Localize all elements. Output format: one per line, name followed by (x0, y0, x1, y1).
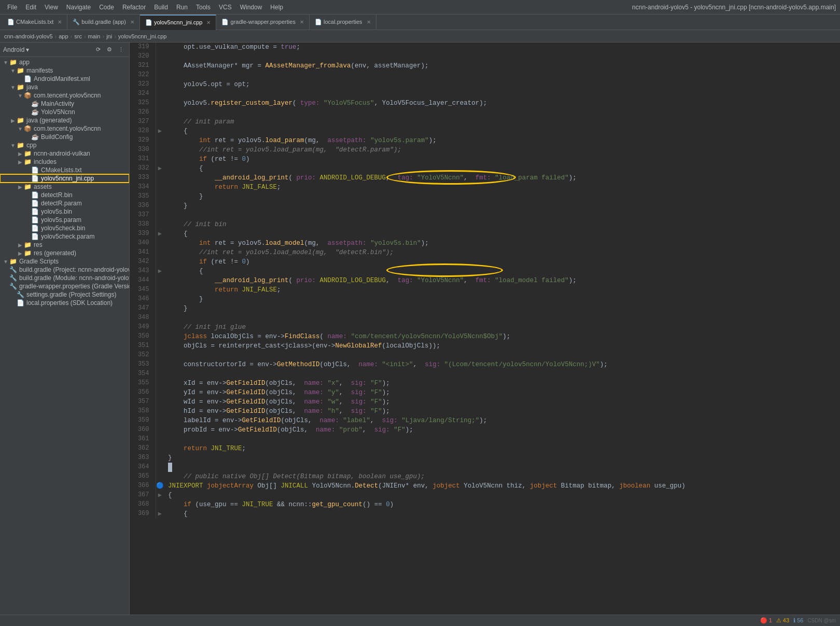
tree-item-build-gradle-project[interactable]: 🔧 build.gradle (Project: ncnn-android-yo… (0, 266, 129, 274)
label-yolov5check-bin: yolov5check.bin (41, 225, 85, 232)
gutter-346 (156, 295, 164, 304)
android-dropdown[interactable]: Android ▾ (3, 46, 29, 53)
arrow-res: ▶ (17, 242, 24, 248)
tree-item-local-properties[interactable]: 📄 local.properties (SDK Location) (0, 299, 129, 307)
menu-item-refactor[interactable]: Refactor (119, 3, 149, 12)
line-number-323: 323 (130, 80, 156, 89)
tree-item-java[interactable]: ▼ 📁 java (0, 83, 129, 91)
tree-item-assets[interactable]: ▶ 📁 assets (0, 183, 129, 191)
menu-item-edit[interactable]: Edit (22, 3, 39, 12)
more-icon[interactable]: ⋮ (116, 45, 126, 54)
tree-item-yolov5check-param[interactable]: 📄 yolov5check.param (0, 232, 129, 241)
tree-item-vulkan[interactable]: ▶ 📁 ncnn-android-vulkan (0, 149, 129, 158)
tab-gradle-wrapper[interactable]: 📄 gradle-wrapper.properties ✕ (216, 15, 309, 30)
tree-item-settings-gradle[interactable]: 🔧 settings.gradle (Project Settings) (0, 290, 129, 299)
tree-item-yolov5ncnn-jni-cpp[interactable]: 📄 yolov5ncnn_jni.cpp (0, 174, 129, 183)
tab-close-local-properties[interactable]: ✕ (367, 19, 371, 25)
line-content-330: //int ret = yolov5.load_param(mg, "detec… (164, 145, 840, 155)
line-number-367: 367 (130, 491, 156, 500)
breadcrumb-sep-1: › (55, 33, 57, 39)
tab-local-properties[interactable]: 📄 local.properties ✕ (310, 15, 376, 30)
line-number-365: 365 (130, 472, 156, 481)
prop-icon-local: 📄 (17, 299, 24, 307)
breadcrumb-sep-2: › (71, 33, 73, 39)
tree-item-package1[interactable]: ▼ 📦 com.tencent.yolov5ncnn (0, 91, 129, 100)
menu-item-window[interactable]: Window (237, 3, 265, 12)
tree-item-includes[interactable]: ▶ 📁 includes (0, 158, 129, 166)
line-number-327: 327 (130, 117, 156, 127)
tree-item-androidmanifest[interactable]: 📄 AndroidManifest.xml (0, 75, 129, 83)
tab-close-yolov5ncnn-jni[interactable]: ✕ (206, 20, 211, 25)
table-row: 342 if (ret != 0) (130, 257, 840, 267)
tree-item-manifests[interactable]: ▼ 📁 manifests (0, 66, 129, 75)
line-number-359: 359 (130, 416, 156, 425)
tab-yolov5ncnn-jni[interactable]: 📄 yolov5ncnn_jni.cpp ✕ (140, 15, 217, 30)
xml-icon-androidmanifest: 📄 (24, 75, 32, 82)
gutter-329 (156, 136, 164, 145)
menu-item-run[interactable]: Run (173, 3, 191, 12)
menu-item-tools[interactable]: Tools (193, 3, 214, 12)
breadcrumb-part-6[interactable]: yolov5ncnn_jni.cpp (118, 33, 167, 39)
code-wrapper[interactable]: 319 opt.use_vulkan_compute = true; 320 3… (130, 43, 840, 615)
tree-item-yolov5ncnn-class[interactable]: ☕ YoloV5Ncnn (0, 108, 129, 116)
line-number-360: 360 (130, 425, 156, 435)
line-number-364: 364 (130, 463, 156, 472)
tree-item-yolov5s-param[interactable]: 📄 yolov5s.param (0, 216, 129, 224)
menu-item-file[interactable]: File (4, 3, 20, 12)
table-row: 327 // init param (130, 117, 840, 127)
breadcrumb-part-2[interactable]: app (59, 33, 68, 39)
breadcrumb-part-1[interactable]: cnn-android-yolov5 (4, 33, 53, 39)
tree-item-app[interactable]: ▼ 📁 app (0, 58, 129, 66)
tree-item-mainactivity[interactable]: ☕ MainActivity (0, 100, 129, 108)
table-row: 346 } (130, 295, 840, 304)
breadcrumb-part-3[interactable]: src (74, 33, 82, 39)
menu-item-view[interactable]: View (41, 3, 61, 12)
tree-item-gradle-scripts[interactable]: ▼ 📁 Gradle Scripts (0, 257, 129, 266)
menu-item-navigate[interactable]: Navigate (63, 3, 94, 12)
config-icon[interactable]: ⚙ (105, 45, 114, 54)
tree-item-yolov5s-bin[interactable]: 📄 yolov5s.bin (0, 207, 129, 216)
sync-icon[interactable]: ⟳ (94, 45, 103, 54)
gutter-364 (156, 463, 164, 472)
menu-item-build[interactable]: Build (151, 3, 171, 12)
menu-item-code[interactable]: Code (96, 3, 117, 12)
tree-item-java-generated[interactable]: ▶ 📁 java (generated) (0, 116, 129, 124)
breadcrumb-part-5[interactable]: jni (106, 33, 112, 39)
tree-item-package2[interactable]: ▼ 📦 com.tencent.yolov5ncnn (0, 124, 129, 133)
menu-item-vcs[interactable]: VCS (216, 3, 235, 12)
tree-item-res[interactable]: ▶ 📁 res (0, 241, 129, 249)
tab-close-cmakelists[interactable]: ✕ (58, 19, 62, 25)
tree-item-build-gradle-module[interactable]: 🔧 build.gradle (Module: ncnn-android-yol… (0, 274, 129, 282)
table-row: 348 (130, 313, 840, 323)
label-res: res (34, 241, 43, 248)
line-number-324: 324 (130, 89, 156, 99)
tree-item-yolov5check-bin[interactable]: 📄 yolov5check.bin (0, 224, 129, 232)
label-gradle-scripts: Gradle Scripts (19, 258, 59, 265)
info-icon: ℹ (793, 617, 795, 623)
tree-item-res-generated[interactable]: ▶ 📁 res (generated) (0, 249, 129, 257)
folder-icon-cpp: 📁 (17, 142, 24, 149)
tree-item-detectr-bin[interactable]: 📄 detectR.bin (0, 191, 129, 199)
tree-item-gradle-wrapper-props[interactable]: 🔧 gradle-wrapper.properties (Gradle Vers… (0, 282, 129, 290)
label-build-gradle-module: build.gradle (Module: ncnn-android-yolov… (19, 274, 130, 282)
line-number-329: 329 (130, 136, 156, 145)
tab-close-gradle-wrapper[interactable]: ✕ (300, 19, 304, 25)
tree-item-buildconfig[interactable]: ☕ BuildConfig (0, 133, 129, 141)
tab-close-buildgradle[interactable]: ✕ (130, 19, 134, 25)
tree-item-detectr-param[interactable]: 📄 detectR.param (0, 199, 129, 207)
line-content-323: yolov5.opt = opt; (164, 80, 840, 89)
folder-icon-package2: 📦 (24, 125, 32, 132)
gutter-357 (156, 397, 164, 407)
tab-cmakelists[interactable]: 📄 CMakeLists.txt ✕ (2, 15, 67, 30)
breadcrumb-part-4[interactable]: main (88, 33, 101, 39)
tree-item-cpp[interactable]: ▼ 📁 cpp (0, 141, 129, 149)
menu-item-help[interactable]: Help (267, 3, 286, 12)
tab-buildgradle[interactable]: 🔧 build.gradle (app) ✕ (67, 15, 140, 30)
label-vulkan: ncnn-android-vulkan (34, 150, 90, 157)
table-row: 337 (130, 211, 840, 220)
android-label: Android (3, 46, 24, 53)
table-row: 352 (130, 351, 840, 360)
tree-item-cmakelists-cpp[interactable]: 📄 CMakeLists.txt (0, 166, 129, 174)
gradle-icon-build-project: 🔧 (9, 266, 17, 273)
file-icon-detectr-bin: 📄 (31, 191, 39, 199)
